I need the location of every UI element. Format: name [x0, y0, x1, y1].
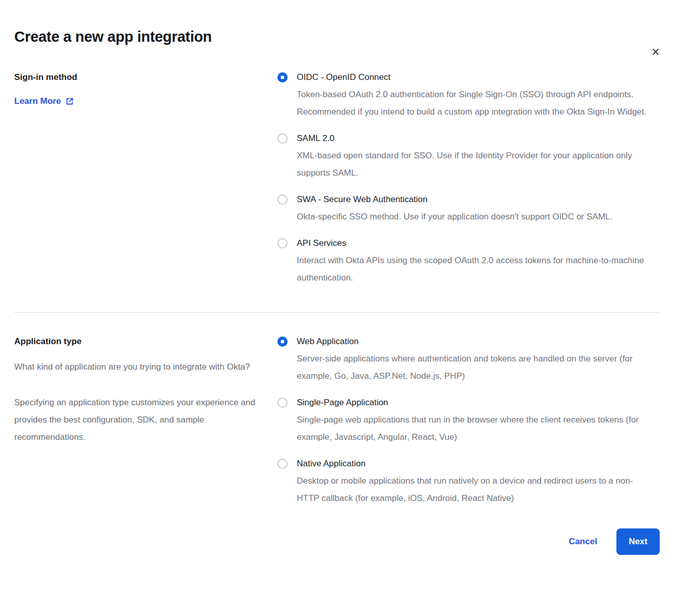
radio-option-saml[interactable]: SAML 2.0 XML-based open standard for SSO…: [277, 130, 660, 182]
section-divider: [14, 312, 660, 313]
radio-icon[interactable]: [277, 194, 288, 205]
application-type-heading: Application type: [14, 333, 277, 350]
option-description: Interact with Okta APIs using the scoped…: [297, 252, 653, 287]
option-description: Okta-specific SSO method. Use if your ap…: [297, 208, 612, 226]
option-body: SWA - Secure Web Authentication Okta-spe…: [297, 191, 612, 226]
signin-method-heading: Sign-in method: [14, 69, 277, 86]
option-description: Token-based OAuth 2.0 authentication for…: [297, 86, 653, 121]
option-body: Native Application Desktop or mobile app…: [297, 455, 653, 507]
option-body: Web Application Server-side applications…: [297, 333, 653, 385]
radio-icon[interactable]: [277, 337, 288, 347]
application-type-left-column: Application type What kind of applicatio…: [14, 333, 277, 507]
option-description: Single-page web applications that run in…: [297, 411, 653, 446]
application-type-note: Specifying an application type customize…: [14, 394, 258, 446]
option-label: API Services: [297, 235, 653, 252]
option-description: Server-side applications where authentic…: [297, 350, 653, 385]
option-body: OIDC - OpenID Connect Token-based OAuth …: [297, 69, 653, 121]
application-type-section: Application type What kind of applicatio…: [14, 333, 660, 507]
next-button[interactable]: Next: [616, 528, 660, 555]
learn-more-label: Learn More: [14, 95, 61, 107]
option-label: SWA - Secure Web Authentication: [297, 191, 612, 208]
close-icon[interactable]: ×: [652, 46, 660, 58]
signin-method-options: OIDC - OpenID Connect Token-based OAuth …: [277, 69, 660, 287]
radio-icon[interactable]: [277, 459, 288, 469]
signin-method-left-column: Sign-in method Learn More: [14, 69, 277, 287]
signin-method-section: Sign-in method Learn More OIDC - OpenID …: [14, 69, 660, 287]
option-body: Single-Page Application Single-page web …: [297, 394, 653, 446]
page-title: Create a new app integration: [14, 29, 660, 45]
option-label: Web Application: [297, 333, 653, 350]
option-body: SAML 2.0 XML-based open standard for SSO…: [297, 130, 653, 182]
option-description: Desktop or mobile applications that run …: [297, 472, 653, 507]
radio-icon[interactable]: [277, 398, 288, 408]
radio-option-swa[interactable]: SWA - Secure Web Authentication Okta-spe…: [277, 191, 660, 226]
radio-option-single-page-application[interactable]: Single-Page Application Single-page web …: [277, 394, 660, 446]
option-label: SAML 2.0: [297, 130, 653, 147]
radio-option-web-application[interactable]: Web Application Server-side applications…: [277, 333, 660, 385]
option-body: API Services Interact with Okta APIs usi…: [297, 235, 653, 287]
radio-icon[interactable]: [277, 133, 288, 144]
cancel-button[interactable]: Cancel: [569, 537, 597, 547]
create-app-integration-dialog: × Create a new app integration Sign-in m…: [0, 29, 678, 555]
option-label: Native Application: [297, 455, 653, 472]
option-description: XML-based open standard for SSO. Use if …: [297, 147, 653, 182]
external-link-icon: [66, 97, 74, 105]
dialog-footer: Cancel Next: [14, 528, 660, 555]
radio-option-native-application[interactable]: Native Application Desktop or mobile app…: [277, 455, 660, 507]
learn-more-link[interactable]: Learn More: [14, 95, 74, 107]
application-type-options: Web Application Server-side applications…: [277, 333, 660, 507]
radio-icon[interactable]: [277, 72, 288, 82]
option-label: Single-Page Application: [297, 394, 653, 411]
radio-icon[interactable]: [277, 238, 288, 248]
option-label: OIDC - OpenID Connect: [297, 69, 653, 86]
radio-option-oidc[interactable]: OIDC - OpenID Connect Token-based OAuth …: [277, 69, 660, 121]
application-type-note: What kind of application are you trying …: [14, 358, 258, 376]
radio-option-api-services[interactable]: API Services Interact with Okta APIs usi…: [277, 235, 660, 287]
